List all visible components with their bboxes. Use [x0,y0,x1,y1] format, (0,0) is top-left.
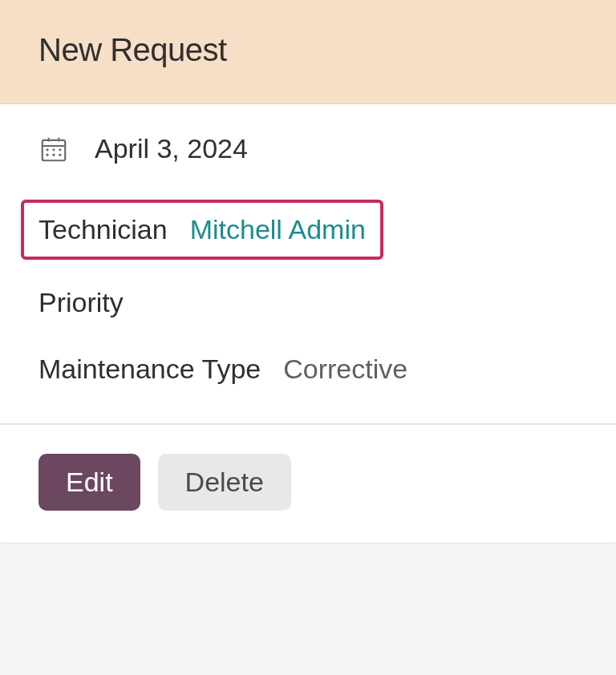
technician-label: Technician [38,214,168,245]
edit-button[interactable]: Edit [38,454,140,511]
card-footer: Edit Delete [0,423,616,543]
delete-button[interactable]: Delete [158,454,291,511]
calendar-icon [38,134,69,164]
priority-row: Priority [38,287,578,318]
technician-row: Technician Mitchell Admin [21,200,383,260]
date-value: April 3, 2024 [95,133,248,164]
card-body: April 3, 2024 Technician Mitchell Admin … [0,104,616,423]
priority-label: Priority [38,287,124,318]
technician-link[interactable]: Mitchell Admin [190,214,366,245]
card-header: New Request [0,0,616,104]
request-card: New Request April 3, 2024 [0,0,616,543]
card-title: New Request [38,32,578,68]
maintenance-type-label: Maintenance Type [38,354,261,385]
date-row: April 3, 2024 [38,133,578,164]
maintenance-type-value: Corrective [283,354,407,385]
maintenance-type-row: Maintenance Type Corrective [38,354,578,385]
